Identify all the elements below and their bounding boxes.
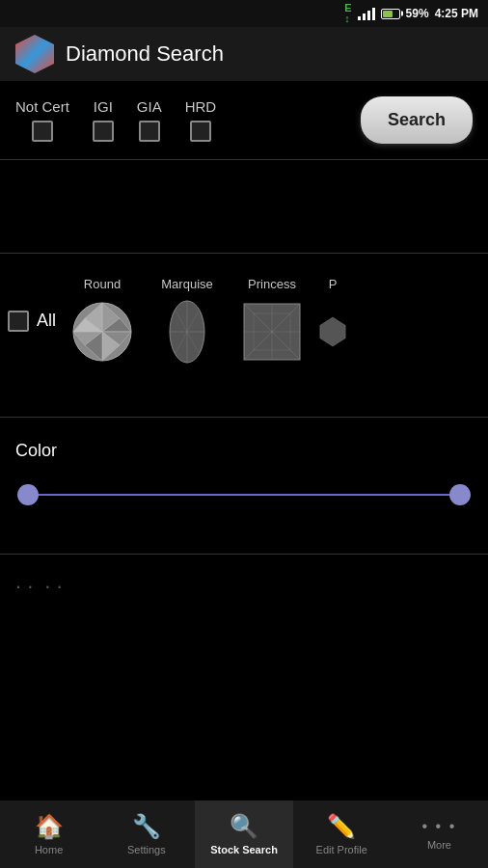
dot-5: ·: [56, 574, 62, 599]
marquise-diamond-img: [154, 299, 220, 365]
shape-row: All Round: [8, 277, 480, 365]
all-shape-checkbox[interactable]: [8, 311, 29, 332]
stock-search-icon: 🔍: [230, 813, 258, 840]
nav-label-stock-search: Stock Search: [210, 844, 278, 855]
shape-item-princess[interactable]: Princess: [233, 277, 311, 365]
nav-item-settings[interactable]: 🔧 Settings: [97, 800, 195, 868]
edit-profile-icon: ✏️: [327, 813, 356, 840]
more-icon: • • •: [422, 818, 457, 835]
cert-label-gia: GIA: [137, 98, 162, 115]
certification-section: Not Cert IGI GIA HRD Search: [0, 81, 488, 151]
dot-4: ·: [44, 574, 50, 599]
network-e-icon: E↕: [344, 3, 351, 24]
nav-item-stock-search[interactable]: 🔍 Stock Search: [195, 800, 292, 868]
cert-checkbox-igi[interactable]: [93, 121, 114, 142]
dot-1: ·: [15, 574, 21, 599]
round-diamond-img: [69, 299, 135, 365]
all-shape-label: All: [37, 311, 56, 331]
color-slider-right-thumb[interactable]: [449, 484, 471, 505]
cert-item-not-cert: Not Cert: [15, 98, 69, 142]
shape-label-princess: Princess: [248, 277, 296, 291]
cert-items: Not Cert IGI GIA HRD: [15, 98, 216, 142]
nav-item-more[interactable]: • • • More: [391, 800, 488, 868]
divider-3: [0, 417, 488, 418]
shape-item-partial[interactable]: P: [318, 277, 347, 365]
color-slider-left-thumb[interactable]: [17, 484, 39, 505]
dots-section: · · · ·: [0, 562, 488, 610]
time-display: 4:25 PM: [435, 7, 478, 20]
app-header: Diamond Search: [0, 27, 488, 81]
shape-section: All Round: [0, 261, 488, 380]
nav-item-edit-profile[interactable]: ✏️ Edit Profile: [293, 800, 391, 868]
cert-checkbox-not-cert[interactable]: [32, 121, 53, 142]
color-label: Color: [15, 441, 473, 461]
color-slider-track: [23, 494, 465, 496]
cert-item-igi: IGI: [93, 98, 114, 142]
cert-label-hrd: HRD: [185, 98, 217, 115]
color-spacer: [0, 517, 488, 546]
cert-item-gia: GIA: [137, 98, 162, 142]
signal-icon: [358, 7, 375, 20]
search-button[interactable]: Search: [361, 96, 473, 144]
divider-2: [0, 253, 488, 254]
divider-4: [0, 554, 488, 555]
color-section: Color: [0, 425, 488, 517]
divider-1: [0, 159, 488, 160]
cert-checkbox-hrd[interactable]: [190, 121, 211, 142]
battery-icon: [381, 9, 400, 19]
home-icon: 🏠: [35, 813, 64, 840]
shape-item-marquise[interactable]: Marquise: [149, 277, 226, 365]
battery-percent: 59%: [406, 7, 429, 20]
all-shape-item: All: [8, 311, 56, 332]
cert-checkbox-gia[interactable]: [139, 121, 160, 142]
cert-label-igi: IGI: [94, 98, 113, 115]
dot-2: ·: [27, 574, 33, 599]
princess-diamond-img: [239, 299, 305, 365]
status-bar: E↕ 59% 4:25 PM: [0, 0, 488, 27]
nav-item-home[interactable]: 🏠 Home: [0, 800, 97, 868]
settings-icon: 🔧: [132, 813, 161, 840]
nav-label-home: Home: [35, 844, 63, 855]
bottom-navigation: 🏠 Home 🔧 Settings 🔍 Stock Search ✏️ Edit…: [0, 800, 488, 868]
shape-spacer: [0, 380, 488, 409]
nav-label-edit-profile: Edit Profile: [316, 844, 367, 855]
nav-label-more: More: [427, 839, 451, 851]
cert-item-hrd: HRD: [185, 98, 217, 142]
shape-label-marquise: Marquise: [161, 277, 212, 291]
shape-item-round[interactable]: Round: [64, 277, 141, 365]
partial-shape-img: [318, 299, 347, 365]
visual-placeholder: [0, 168, 488, 245]
app-title: Diamond Search: [66, 41, 224, 67]
app-logo: [15, 35, 54, 73]
cert-label-not-cert: Not Cert: [15, 98, 69, 115]
color-slider-container: [15, 480, 473, 509]
main-content: Not Cert IGI GIA HRD Search: [0, 81, 488, 800]
nav-label-settings: Settings: [127, 844, 166, 855]
shape-label-round: Round: [84, 277, 121, 291]
shape-label-partial: P: [329, 277, 338, 291]
